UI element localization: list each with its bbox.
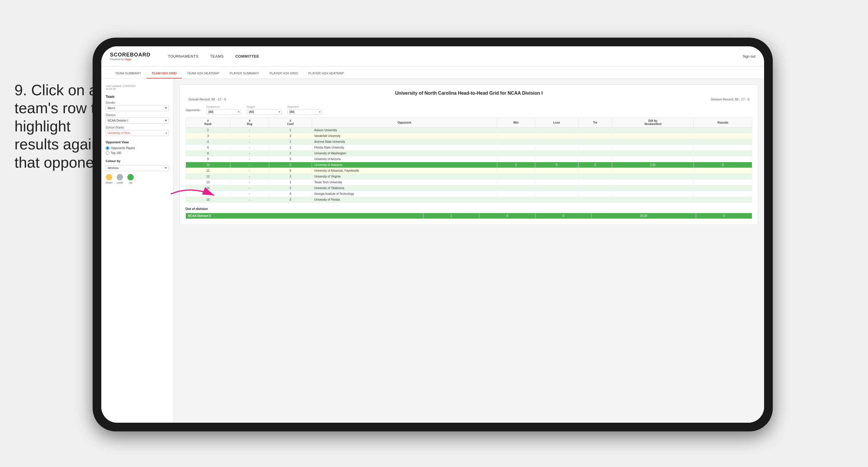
- cell-opponent: Auburn University: [312, 127, 497, 133]
- cell-rank: 3: [186, 133, 230, 139]
- table-row[interactable]: 8-2University of Washington: [186, 150, 752, 156]
- cell-rounds: [694, 179, 752, 185]
- colour-by-label: Colour by: [106, 159, 169, 163]
- table-row[interactable]: 15-4Georgia Institute of Technology: [186, 191, 752, 197]
- cell-tie: [578, 139, 612, 145]
- grid-area: University of North Carolina Head-to-Hea…: [174, 79, 764, 423]
- legend-row: Down Level Up: [106, 174, 169, 184]
- cell-opponent: Florida State University: [312, 145, 497, 150]
- cell-tie: [578, 156, 612, 162]
- table-row[interactable]: 4-1Arizona State University: [186, 139, 752, 145]
- out-of-division-row[interactable]: NCAA Division II 1 0 0 26.00 3: [186, 213, 752, 219]
- division-label: Division: [106, 114, 169, 117]
- out-of-division-table: NCAA Division II 1 0 0 26.00 3: [186, 213, 752, 219]
- cell-rounds: [694, 197, 752, 203]
- tab-player-summary[interactable]: PLAYER SUMMARY: [224, 68, 264, 79]
- table-row[interactable]: 2-1Auburn University: [186, 127, 752, 133]
- radio-opponents-played[interactable]: Opponents Played: [106, 146, 169, 150]
- cell-tie: [578, 179, 612, 185]
- th-loss: Loss: [535, 118, 578, 127]
- cell-win: [497, 174, 535, 179]
- legend-dot-down: [106, 174, 112, 180]
- opponent-select[interactable]: (All): [287, 109, 322, 115]
- cell-conf: 1: [269, 127, 312, 133]
- cell-rank: 11: [186, 168, 230, 174]
- radio-top100-input[interactable]: [106, 151, 110, 155]
- opponent-filter: Opponent (All): [287, 106, 322, 115]
- chevron-down-icon: ▾: [165, 132, 167, 135]
- table-row[interactable]: 11-6University of Arkansas, Fayetteville: [186, 168, 752, 174]
- nav-teams[interactable]: TEAMS: [210, 54, 224, 58]
- cell-win: [497, 185, 535, 191]
- th-opponent: Opponent: [312, 118, 497, 127]
- cell-win: [497, 145, 535, 150]
- cell-rank: 2: [186, 127, 230, 133]
- th-diff: Diff AvStrokes/Rnd: [612, 118, 693, 127]
- cell-diff: [612, 168, 693, 174]
- cell-loss: [535, 145, 578, 150]
- ood-rounds: 3: [696, 213, 752, 219]
- radio-opponents-played-input[interactable]: [106, 146, 110, 150]
- cell-conf: 3: [269, 197, 312, 203]
- cell-reg: -: [230, 162, 269, 168]
- last-updated: Last Updated: 27/03/2024 16:55:38: [106, 85, 169, 90]
- table-row[interactable]: 16-3University of Florida: [186, 197, 752, 203]
- cell-conf: 6: [269, 168, 312, 174]
- region-filter: Region (All): [247, 106, 282, 115]
- cell-tie: [578, 197, 612, 203]
- tab-team-h2h-grid[interactable]: TEAM H2H GRID: [147, 68, 182, 79]
- tab-player-h2h-heatmap[interactable]: PLAYER H2H HEATMAP: [303, 68, 349, 79]
- cell-tie: [578, 127, 612, 133]
- nav-committee[interactable]: COMMITTEE: [235, 54, 259, 58]
- ood-diff: 26.00: [592, 213, 696, 219]
- cell-rounds: 8: [694, 162, 752, 168]
- region-select[interactable]: (All): [247, 109, 282, 115]
- cell-loss: [535, 168, 578, 174]
- cell-conf: 2: [269, 150, 312, 156]
- tab-player-h2h-grid[interactable]: PLAYER H2H GRID: [264, 68, 303, 79]
- cell-tie: [578, 145, 612, 150]
- nav-items: TOURNAMENTS TEAMS COMMITTEE: [168, 54, 731, 58]
- conference-select[interactable]: (All): [206, 109, 241, 115]
- table-row[interactable]: 14-2University of Oklahoma: [186, 185, 752, 191]
- tab-team-summary[interactable]: TEAM SUMMARY: [110, 68, 147, 79]
- cell-diff: [612, 139, 693, 145]
- filter-row: Opponents: Conference (All) Region (All): [186, 106, 752, 115]
- table-row[interactable]: 12-3University of Virginia: [186, 174, 752, 179]
- cell-tie: [578, 133, 612, 139]
- cell-reg: -: [230, 185, 269, 191]
- radio-top100[interactable]: Top 100: [106, 151, 169, 155]
- colour-by-dropdown[interactable]: Win/loss: [106, 165, 169, 171]
- logo-text: SCOREBOARD: [110, 52, 151, 58]
- cell-conf: 2: [269, 145, 312, 150]
- cell-opponent: University of Alabama: [312, 162, 497, 168]
- table-row[interactable]: 3-2Vanderbilt University: [186, 133, 752, 139]
- legend-label-down: Down: [106, 181, 112, 184]
- cell-diff: [612, 127, 693, 133]
- table-row[interactable]: 13-1Texas Tech University: [186, 179, 752, 185]
- ood-loss: 0: [479, 213, 535, 219]
- table-row[interactable]: 6-2Florida State University: [186, 145, 752, 150]
- radio-opponents-label: Opponents Played: [111, 146, 134, 150]
- cell-reg: -: [230, 150, 269, 156]
- cell-reg: -: [230, 179, 269, 185]
- cell-rounds: [694, 145, 752, 150]
- legend-label-up: Up: [129, 181, 132, 184]
- opponent-view-label: Opponent View: [106, 140, 169, 144]
- cell-conf: 2: [269, 133, 312, 139]
- division-dropdown[interactable]: NCAA Division I: [106, 118, 169, 124]
- cell-rounds: [694, 191, 752, 197]
- logo-brand: clippi: [124, 58, 131, 61]
- th-conf: #Conf: [269, 118, 312, 127]
- school-rank-box[interactable]: University of Nort... ▾: [106, 130, 169, 136]
- table-row[interactable]: 10-5University of Alabama3002.618: [186, 162, 752, 168]
- tab-team-h2h-heatmap[interactable]: TEAM H2H HEATMAP: [182, 68, 224, 79]
- cell-conf: 1: [269, 179, 312, 185]
- gender-dropdown[interactable]: Men's: [106, 105, 169, 111]
- ood-win: 1: [423, 213, 479, 219]
- radio-group: Opponents Played Top 100: [106, 146, 169, 155]
- sign-out-button[interactable]: Sign out: [743, 54, 755, 58]
- table-row[interactable]: 9-3University of Arizona: [186, 156, 752, 162]
- cell-tie: [578, 191, 612, 197]
- nav-tournaments[interactable]: TOURNAMENTS: [168, 54, 198, 58]
